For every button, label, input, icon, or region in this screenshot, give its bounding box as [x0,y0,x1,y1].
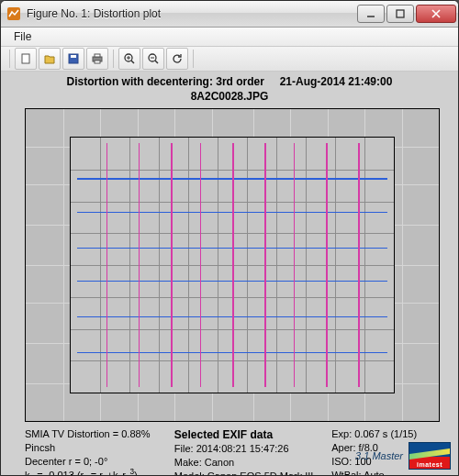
figure-title: Distortion with decentering: 3rd order 2… [1,75,458,104]
svg-rect-5 [22,54,29,63]
menu-file[interactable]: File [6,28,39,45]
exif-model: Model: Canon EOS 5D Mark III [174,470,324,475]
maximize-button[interactable] [386,5,414,23]
exif-make: Make: Canon [174,456,324,470]
detected-v-line [200,143,202,388]
svg-rect-9 [95,54,100,57]
plot-axes [25,108,440,422]
version-label: 3.1 Master [355,450,403,461]
figure-title-left: Distortion with decentering: 3rd order [67,75,264,88]
detected-v-line [358,143,360,388]
zoom-out-button[interactable] [142,48,164,70]
detected-v-line [294,143,296,388]
titlebar[interactable]: Figure No. 1: Distortion plot [1,1,458,28]
distortion-results: SMIA TV Distortion = 0.88% Pincsh Decent… [23,426,173,470]
toolbar-separator [9,50,10,68]
detected-v-line [139,143,140,388]
new-button[interactable] [15,48,37,70]
save-button[interactable] [62,48,84,70]
rotate-button[interactable] [166,48,188,70]
imatest-logo-icon: imatest [409,442,451,470]
svg-rect-2 [397,10,404,17]
svg-rect-10 [95,61,100,63]
exif-file: File: 2014:08:21 15:47:26 [174,442,324,456]
detected-v-line [171,143,173,388]
figure-title-file: 8A2C0028.JPG [191,90,269,103]
svg-line-16 [155,61,158,63]
k1-coeff: k1 = -0.013 (ru = rd+k1rd3) [25,469,167,475]
grid-chart-photo [70,137,395,393]
print-button[interactable] [86,48,108,70]
toolbar-separator [113,50,114,68]
exif-header: Selected EXIF data [174,427,324,442]
svg-line-12 [131,61,134,63]
zoom-in-button[interactable] [118,48,140,70]
figure-title-date: 21-Aug-2014 21:49:00 [280,75,393,88]
detected-v-line [264,143,266,388]
window-controls [357,5,456,23]
decenter: Decenter r = 0; -0° [25,455,167,469]
app-window: Figure No. 1: Distortion plot File Disto… [0,0,459,476]
smia-distortion: SMIA TV Distortion = 0.88% Pincsh [25,427,167,455]
toolbar [1,47,458,72]
menubar: File [1,28,458,47]
close-button[interactable] [416,5,456,23]
window-title: Figure No. 1: Distortion plot [27,7,357,20]
figure-canvas[interactable]: Distortion with decentering: 3rd order 2… [1,72,458,475]
exif-exp: Exp: 0.067 s (1/15) [331,427,434,441]
exif-data: Selected EXIF data File: 2014:08:21 15:4… [173,426,330,470]
svg-rect-7 [71,55,76,58]
detected-v-line [106,143,108,388]
open-button[interactable] [39,48,61,70]
detected-v-line [232,143,234,388]
toolbar-separator [193,50,194,68]
detected-v-line [326,143,328,388]
app-icon [6,6,21,21]
footer: 3.1 Master imatest [355,442,451,470]
minimize-button[interactable] [357,5,385,23]
